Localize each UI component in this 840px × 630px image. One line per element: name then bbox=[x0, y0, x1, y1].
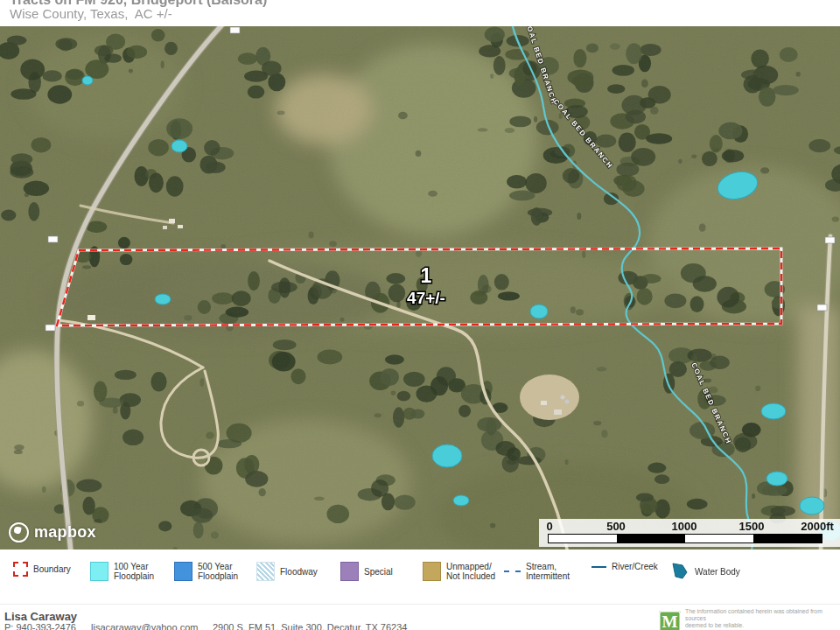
legend-label: 500 YearFloodplain bbox=[198, 562, 238, 581]
footer: Lisa Caraway P: 940-393-2476 lisacaraway… bbox=[0, 604, 840, 630]
parcel-acreage: 47+/- bbox=[407, 289, 445, 307]
attribution-line: deemed to be reliable. bbox=[685, 622, 838, 629]
legend-label: River/Creek bbox=[612, 562, 658, 571]
tank bbox=[565, 400, 570, 404]
tank bbox=[561, 396, 565, 400]
mapbox-icon bbox=[9, 522, 29, 542]
floodplain-500-swatch bbox=[174, 562, 192, 581]
unmapped-swatch bbox=[423, 562, 441, 581]
boundary-swatch bbox=[13, 562, 28, 577]
legend-label: Unmapped/Not Included bbox=[446, 562, 495, 581]
scale-tick: 1500 bbox=[739, 520, 765, 533]
map-legend: Boundary 100 YearFloodplain 500 YearFloo… bbox=[0, 550, 840, 604]
scale-tick: 1000 bbox=[672, 520, 697, 533]
terrain-noise bbox=[0, 26, 840, 550]
road-shield bbox=[817, 304, 827, 311]
water-body-swatch bbox=[670, 562, 690, 581]
legend-label: Special bbox=[364, 567, 393, 577]
pond bbox=[766, 472, 788, 486]
road-shield bbox=[46, 325, 55, 331]
mapright-logo: M bbox=[659, 611, 681, 630]
mapbox-logo[interactable]: mapbox bbox=[9, 522, 96, 542]
legend-item-unmapped: Unmapped/Not Included bbox=[423, 562, 495, 581]
scale-bar: 0 500 1000 1500 2000ft bbox=[539, 519, 840, 547]
legend-item-stream: Stream,Intermittent bbox=[504, 562, 570, 581]
pond bbox=[453, 495, 469, 506]
building bbox=[541, 401, 547, 405]
parcel-number: 1 bbox=[421, 264, 432, 287]
attribution-text: The information contained herein was obt… bbox=[685, 608, 838, 630]
legend-item-boundary: Boundary bbox=[13, 562, 71, 577]
scale-tick: 2000ft bbox=[801, 520, 834, 533]
farm-building bbox=[169, 219, 175, 223]
scale-tick: 500 bbox=[606, 520, 626, 533]
satellite-map[interactable]: COAL BED BRANCH COAL BED BRANCH COAL BED… bbox=[0, 26, 840, 550]
legend-item-500yr: 500 YearFloodplain bbox=[174, 562, 238, 581]
floodplain-100-swatch bbox=[90, 562, 108, 581]
road-shield bbox=[230, 27, 240, 33]
pond bbox=[800, 497, 824, 514]
farm-building bbox=[178, 225, 183, 228]
page-subtitle: Wise County, Texas, AC +/- bbox=[10, 6, 172, 21]
special-swatch bbox=[340, 562, 359, 581]
mapbox-wordmark: mapbox bbox=[34, 523, 96, 542]
pond bbox=[82, 76, 93, 85]
legend-item-floodway: Floodway bbox=[256, 562, 318, 581]
legend-item-100yr: 100 YearFloodplain bbox=[90, 562, 154, 581]
pond bbox=[155, 294, 171, 304]
farm-building bbox=[163, 226, 167, 229]
legend-label: Stream,Intermittent bbox=[526, 562, 570, 581]
legend-label: Water Body bbox=[695, 567, 740, 577]
scale-bar-segments bbox=[548, 534, 822, 543]
pond bbox=[432, 444, 462, 467]
map-title-header: Tracts on FM 920, Bridgeport (Balsora) W… bbox=[0, 0, 840, 26]
pond bbox=[172, 140, 187, 152]
road-shield bbox=[48, 236, 58, 242]
legend-label: 100 YearFloodplain bbox=[114, 562, 154, 581]
house bbox=[88, 315, 95, 320]
attribution-line: The information contained herein was obt… bbox=[685, 608, 838, 622]
pond bbox=[530, 304, 548, 318]
road-shield bbox=[825, 237, 835, 243]
legend-label: Floodway bbox=[280, 567, 318, 577]
legend-item-special: Special bbox=[340, 562, 393, 581]
legend-item-waterbody: Water Body bbox=[670, 562, 740, 581]
legend-item-river: River/Creek bbox=[592, 562, 658, 571]
scale-tick: 0 bbox=[546, 520, 552, 533]
agent-email[interactable]: lisacaraway@yahoo.com bbox=[91, 622, 198, 630]
legend-label: Boundary bbox=[33, 564, 71, 574]
listing-map-page: Tracts on FM 920, Bridgeport (Balsora) W… bbox=[0, 0, 840, 630]
floodway-swatch bbox=[256, 562, 275, 581]
river-line-swatch bbox=[592, 566, 606, 568]
building bbox=[554, 410, 562, 415]
map-canvas: COAL BED BRANCH COAL BED BRANCH COAL BED… bbox=[0, 26, 840, 550]
bare-dirt-pad bbox=[520, 374, 579, 420]
agent-address: 2900 S. FM 51, Suite 300, Decatur, TX 76… bbox=[213, 622, 407, 630]
agent-name: Lisa Caraway bbox=[4, 610, 77, 623]
agent-phone: P: 940-393-2476 bbox=[4, 622, 76, 630]
pond bbox=[761, 403, 786, 419]
stream-line-swatch bbox=[504, 570, 521, 572]
